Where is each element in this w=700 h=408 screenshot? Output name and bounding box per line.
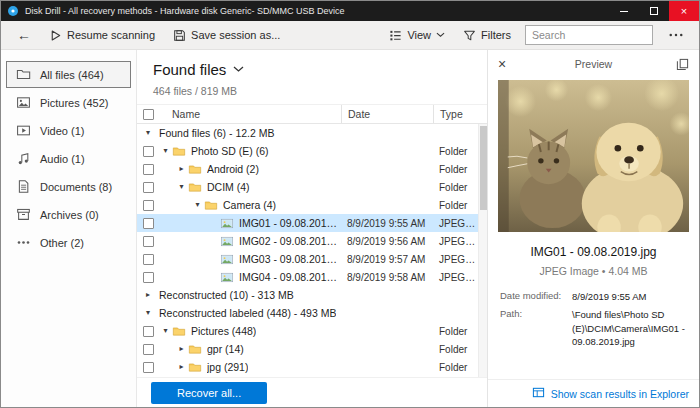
scrollbar-thumb[interactable]: [480, 126, 487, 210]
sidebar-list: All files (464)Pictures (452)Video (1)Au…: [1, 61, 136, 256]
row-checkbox[interactable]: [143, 254, 154, 265]
date-modified-value: 8/9/2019 9:55 AM: [572, 290, 687, 303]
sidebar-item-pictures[interactable]: Pictures (452): [6, 89, 131, 116]
video-icon: [16, 123, 31, 138]
expander-icon[interactable]: ▸: [175, 345, 188, 353]
row-name: jpg (291): [207, 361, 248, 373]
row-name: gpr (14): [207, 343, 244, 355]
close-button[interactable]: ×: [669, 1, 699, 21]
expander-icon[interactable]: ▾: [142, 309, 155, 317]
row-type: Folder: [433, 182, 477, 193]
sidebar-item-other[interactable]: Other (2): [6, 229, 131, 256]
row-checkbox[interactable]: [143, 218, 154, 229]
row-type: Folder: [433, 164, 477, 175]
expander-icon[interactable]: ▾: [159, 327, 172, 335]
row-checkbox[interactable]: [143, 182, 154, 193]
save-session-button[interactable]: Save session as...: [165, 26, 288, 45]
expander-icon[interactable]: ▾: [159, 147, 172, 155]
table-row[interactable]: IMG01 - 09.08.2019.jpg8/9/2019 9:55 AMJP…: [137, 214, 487, 232]
table-row[interactable]: IMG02 - 09.08.2019.jpg8/9/2019 9:56 AMJP…: [137, 232, 487, 250]
table-row[interactable]: ▾Camera (4)Folder: [137, 196, 487, 214]
copy-icon[interactable]: [671, 58, 689, 71]
table-row[interactable]: ▾Reconstructed labeled (448) - 493 MB: [137, 304, 487, 322]
filters-button[interactable]: Filters: [455, 26, 519, 45]
row-checkbox[interactable]: [143, 146, 154, 157]
row-checkbox[interactable]: [143, 272, 154, 283]
main-header: Found files 464 files / 819 MB: [137, 50, 487, 104]
row-checkbox[interactable]: [143, 164, 154, 175]
view-button[interactable]: View: [381, 26, 453, 45]
other-icon: [16, 235, 31, 250]
row-checkbox[interactable]: [143, 326, 154, 337]
column-header-date[interactable]: Date: [341, 105, 433, 123]
table-header: Name Date Type: [137, 104, 487, 124]
table-row[interactable]: ▸Reconstructed (10) - 313 MB: [137, 286, 487, 304]
row-name: IMG02 - 09.08.2019.jpg: [239, 235, 341, 247]
path-value: \Found files\Photo SD (E)\DCIM\Camera\IM…: [572, 308, 687, 348]
expander-icon[interactable]: ▸: [142, 291, 155, 299]
preview-image: [498, 80, 689, 232]
row-name: DCIM (4): [207, 181, 250, 193]
date-modified-label: Date modified:: [500, 290, 572, 303]
table-row[interactable]: ▾Pictures (448)Folder: [137, 322, 487, 340]
sidebar: All files (464)Pictures (452)Video (1)Au…: [1, 50, 137, 407]
folder-icon: [172, 325, 187, 338]
search-input[interactable]: [525, 25, 653, 45]
table-row[interactable]: ▸jpg (291)Folder: [137, 358, 487, 376]
main-panel: Found files 464 files / 819 MB Name Date…: [137, 50, 488, 407]
folder-icon: [188, 181, 203, 194]
row-checkbox[interactable]: [143, 362, 154, 373]
path-label: Path:: [500, 308, 572, 348]
file-table: Name Date Type ▾Found files (6) - 12.2 M…: [137, 104, 487, 377]
row-name: IMG01 - 09.08.2019.jpg: [239, 217, 341, 229]
vertical-scrollbar[interactable]: [478, 124, 487, 377]
close-preview-icon[interactable]: ×: [498, 57, 516, 71]
table-row[interactable]: ▾DCIM (4)Folder: [137, 178, 487, 196]
minimize-button[interactable]: [609, 1, 639, 21]
row-date: 8/9/2019 9:58 AM: [341, 272, 433, 283]
view-label: View: [407, 29, 431, 41]
sidebar-item-all-files[interactable]: All files (464): [6, 61, 131, 88]
folder-icon: [188, 163, 203, 176]
row-name: Reconstructed (10) - 313 MB: [159, 289, 294, 301]
table-row[interactable]: ▸gpr (14)Folder: [137, 340, 487, 358]
image-icon: [220, 217, 235, 230]
show-in-explorer-link[interactable]: Show scan results in Explorer: [551, 388, 689, 400]
table-row[interactable]: IMG03 - 09.08.2019.jpg8/9/2019 9:57 AMJP…: [137, 250, 487, 268]
expander-icon[interactable]: ▸: [175, 363, 188, 371]
resume-scanning-button[interactable]: Resume scanning: [41, 26, 163, 45]
expander-icon[interactable]: ▾: [191, 201, 204, 209]
row-name: Reconstructed labeled (448) - 493 MB: [159, 307, 336, 319]
expander-icon[interactable]: ▾: [142, 129, 155, 137]
expander-icon[interactable]: ▾: [175, 183, 188, 191]
preview-header: × Preview: [488, 50, 699, 78]
folder-icon: [188, 343, 203, 356]
column-header-name[interactable]: Name: [159, 105, 341, 123]
table-row[interactable]: IMG04 - 09.08.2019.jpg8/9/2019 9:58 AMJP…: [137, 268, 487, 286]
recover-all-button[interactable]: Recover all...: [151, 382, 267, 404]
more-button[interactable]: [661, 30, 691, 40]
back-button[interactable]: ←: [9, 25, 39, 45]
expander-icon[interactable]: ▸: [175, 165, 188, 173]
row-checkbox[interactable]: [143, 200, 154, 211]
table-row[interactable]: ▾Photo SD (E) (6)Folder: [137, 142, 487, 160]
maximize-button[interactable]: [639, 1, 669, 21]
column-header-type[interactable]: Type: [433, 105, 477, 123]
sidebar-item-documents[interactable]: Documents (8): [6, 173, 131, 200]
sidebar-item-archives[interactable]: Archives (0): [6, 201, 131, 228]
row-checkbox[interactable]: [143, 236, 154, 247]
sidebar-item-video[interactable]: Video (1): [6, 117, 131, 144]
row-type: JPEG Image: [433, 236, 477, 247]
minimize-icon: [620, 11, 628, 12]
arrow-left-icon: ←: [17, 28, 31, 42]
table-row[interactable]: ▸Android (2)Folder: [137, 160, 487, 178]
select-all-checkbox[interactable]: [143, 109, 154, 120]
table-row[interactable]: ▾Found files (6) - 12.2 MB: [137, 124, 487, 142]
file-tree: ▾Found files (6) - 12.2 MB▾Photo SD (E) …: [137, 124, 487, 376]
preview-panel: × Preview: [488, 50, 699, 407]
titlebar[interactable]: Disk Drill - All recovery methods - Hard…: [1, 1, 699, 21]
row-checkbox[interactable]: [143, 344, 154, 355]
sidebar-item-audio[interactable]: Audio (1): [6, 145, 131, 172]
row-name: IMG03 - 09.08.2019.jpg: [239, 253, 341, 265]
title-dropdown-chevron-icon[interactable]: [233, 66, 244, 73]
